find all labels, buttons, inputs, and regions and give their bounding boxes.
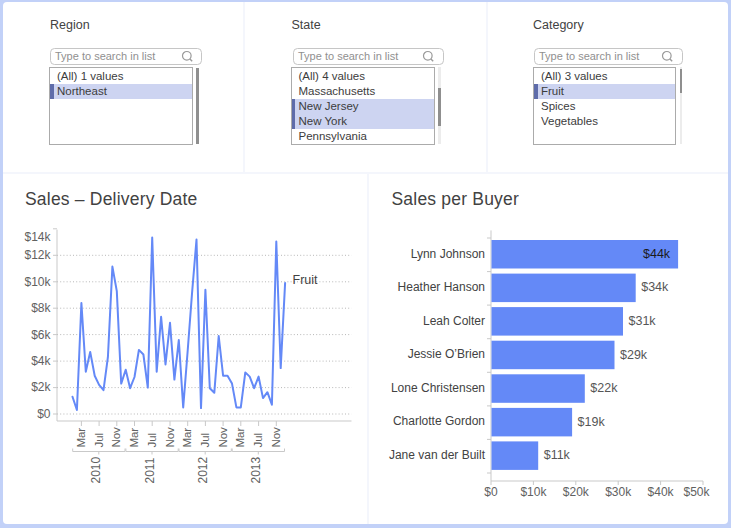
svg-text:Nov: Nov [164,427,176,448]
svg-text:$19k: $19k [578,415,606,429]
svg-text:Jul: Jul [199,433,211,448]
svg-text:$40k: $40k [648,485,675,499]
svg-text:$10k: $10k [520,485,547,499]
svg-text:$30k: $30k [605,485,632,499]
svg-text:Mar: Mar [128,428,140,448]
svg-text:$22k: $22k [590,381,618,395]
svg-text:Mar: Mar [181,428,193,448]
svg-text:Nov: Nov [111,427,123,448]
svg-text:$2k: $2k [31,380,51,394]
svg-text:Jul: Jul [146,433,158,448]
svg-text:$8k: $8k [31,301,51,315]
svg-text:Lone Christensen: Lone Christensen [391,381,485,395]
svg-text:Fruit: Fruit [293,273,319,287]
svg-text:Nov: Nov [217,427,229,448]
svg-text:Nov: Nov [270,427,282,448]
svg-text:Jane van der Built: Jane van der Built [389,448,486,462]
svg-text:2013: 2013 [249,456,263,483]
svg-text:$0: $0 [37,407,51,421]
svg-text:Jessie O’Brien: Jessie O’Brien [408,347,485,361]
svg-text:2012: 2012 [196,456,210,483]
svg-text:$29k: $29k [620,348,648,362]
svg-text:$4k: $4k [31,354,51,368]
svg-text:$50k: $50k [683,485,710,499]
svg-text:$10k: $10k [24,275,51,289]
svg-text:Jul: Jul [252,433,264,448]
svg-text:Jul: Jul [93,433,105,448]
svg-text:$31k: $31k [629,314,657,328]
svg-text:$14k: $14k [24,230,51,244]
svg-text:$6k: $6k [31,328,51,342]
svg-text:Mar: Mar [235,428,247,448]
svg-text:2010: 2010 [89,456,103,483]
svg-text:Leah Colter: Leah Colter [423,314,485,328]
svg-text:Heather Hanson: Heather Hanson [398,280,485,294]
svg-text:$44k: $44k [643,247,671,261]
svg-text:Mar: Mar [75,428,87,448]
svg-text:$20k: $20k [563,485,590,499]
svg-text:$0: $0 [484,485,498,499]
svg-text:$34k: $34k [641,280,669,294]
svg-text:$12k: $12k [24,248,51,262]
svg-text:$11k: $11k [544,448,571,462]
svg-text:Lynn Johnson: Lynn Johnson [411,247,485,261]
svg-text:2011: 2011 [143,457,157,483]
svg-text:Charlotte Gordon: Charlotte Gordon [393,414,485,428]
